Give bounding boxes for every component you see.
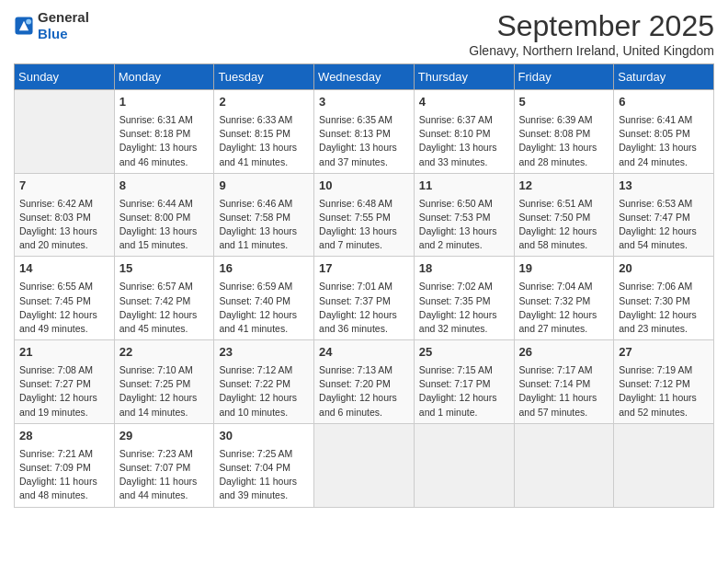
logo-text: General Blue [38, 9, 89, 42]
day-number: 20 [619, 260, 709, 278]
calendar-cell: 29Sunrise: 7:23 AMSunset: 7:07 PMDayligh… [114, 423, 214, 507]
day-number: 5 [519, 94, 609, 111]
weekday-header-sunday: Sunday [15, 64, 115, 90]
day-number: 9 [219, 178, 309, 195]
calendar-week-row: 21Sunrise: 7:08 AMSunset: 7:27 PMDayligh… [15, 340, 714, 424]
day-number: 21 [19, 344, 109, 362]
day-info: Sunrise: 6:39 AMSunset: 8:08 PMDaylight:… [519, 113, 609, 169]
day-number: 12 [519, 178, 609, 195]
calendar-cell [614, 423, 714, 507]
calendar-cell: 18Sunrise: 7:02 AMSunset: 7:35 PMDayligh… [414, 257, 514, 340]
day-number: 6 [619, 94, 709, 111]
day-number: 28 [19, 428, 109, 445]
day-info: Sunrise: 7:06 AMSunset: 7:30 PMDaylight:… [619, 280, 709, 336]
calendar-cell: 14Sunrise: 6:55 AMSunset: 7:45 PMDayligh… [15, 257, 115, 340]
calendar-week-row: 1Sunrise: 6:31 AMSunset: 8:18 PMDaylight… [15, 90, 714, 174]
calendar-cell: 22Sunrise: 7:10 AMSunset: 7:25 PMDayligh… [114, 340, 214, 424]
day-number: 8 [119, 178, 210, 195]
calendar-cell: 27Sunrise: 7:19 AMSunset: 7:12 PMDayligh… [614, 340, 714, 424]
day-info: Sunrise: 7:10 AMSunset: 7:25 PMDaylight:… [119, 363, 210, 419]
calendar-cell: 5Sunrise: 6:39 AMSunset: 8:08 PMDaylight… [514, 90, 614, 174]
day-info: Sunrise: 7:19 AMSunset: 7:12 PMDaylight:… [619, 363, 709, 419]
day-number: 30 [219, 428, 309, 445]
day-number: 25 [419, 344, 509, 362]
weekday-header-thursday: Thursday [414, 64, 514, 90]
day-info: Sunrise: 7:02 AMSunset: 7:35 PMDaylight:… [419, 280, 509, 336]
calendar-cell: 13Sunrise: 6:53 AMSunset: 7:47 PMDayligh… [614, 173, 714, 257]
weekday-header-wednesday: Wednesday [314, 64, 415, 90]
day-info: Sunrise: 6:59 AMSunset: 7:40 PMDaylight:… [219, 280, 309, 336]
day-info: Sunrise: 7:25 AMSunset: 7:04 PMDaylight:… [219, 447, 309, 503]
calendar-body: 1Sunrise: 6:31 AMSunset: 8:18 PMDaylight… [15, 90, 714, 508]
calendar-header: SundayMondayTuesdayWednesdayThursdayFrid… [15, 64, 714, 90]
day-number: 23 [219, 344, 309, 362]
calendar-cell: 7Sunrise: 6:42 AMSunset: 8:03 PMDaylight… [15, 173, 115, 257]
day-info: Sunrise: 7:01 AMSunset: 7:37 PMDaylight:… [319, 280, 409, 336]
day-info: Sunrise: 6:35 AMSunset: 8:13 PMDaylight:… [319, 113, 409, 169]
day-number: 16 [219, 260, 309, 278]
calendar-cell [15, 90, 115, 174]
day-info: Sunrise: 6:53 AMSunset: 7:47 PMDaylight:… [619, 197, 709, 253]
calendar-cell: 23Sunrise: 7:12 AMSunset: 7:22 PMDayligh… [214, 340, 314, 424]
logo-icon [14, 16, 34, 36]
day-info: Sunrise: 6:33 AMSunset: 8:15 PMDaylight:… [219, 113, 309, 169]
calendar-cell: 16Sunrise: 6:59 AMSunset: 7:40 PMDayligh… [214, 257, 314, 340]
day-number: 10 [319, 178, 409, 195]
day-info: Sunrise: 7:04 AMSunset: 7:32 PMDaylight:… [519, 280, 609, 336]
month-title: September 2025 [469, 9, 714, 43]
calendar-cell [314, 423, 415, 507]
calendar-cell: 21Sunrise: 7:08 AMSunset: 7:27 PMDayligh… [15, 340, 115, 424]
day-info: Sunrise: 7:15 AMSunset: 7:17 PMDaylight:… [419, 363, 509, 419]
day-number: 15 [119, 260, 210, 278]
day-info: Sunrise: 6:37 AMSunset: 8:10 PMDaylight:… [419, 113, 509, 169]
day-info: Sunrise: 6:57 AMSunset: 7:42 PMDaylight:… [119, 280, 210, 336]
day-number: 17 [319, 260, 409, 278]
calendar-week-row: 14Sunrise: 6:55 AMSunset: 7:45 PMDayligh… [15, 257, 714, 340]
calendar-cell: 19Sunrise: 7:04 AMSunset: 7:32 PMDayligh… [514, 257, 614, 340]
day-info: Sunrise: 7:23 AMSunset: 7:07 PMDaylight:… [119, 447, 210, 503]
day-info: Sunrise: 7:13 AMSunset: 7:20 PMDaylight:… [319, 363, 409, 419]
day-number: 19 [519, 260, 609, 278]
calendar-cell [514, 423, 614, 507]
day-info: Sunrise: 6:55 AMSunset: 7:45 PMDaylight:… [19, 280, 109, 336]
day-number: 24 [319, 344, 409, 362]
day-info: Sunrise: 7:12 AMSunset: 7:22 PMDaylight:… [219, 363, 309, 419]
day-number: 26 [519, 344, 609, 362]
calendar-cell: 3Sunrise: 6:35 AMSunset: 8:13 PMDaylight… [314, 90, 415, 174]
day-number: 13 [619, 178, 709, 195]
day-number: 14 [19, 260, 109, 278]
day-number: 29 [119, 428, 210, 445]
calendar-cell: 15Sunrise: 6:57 AMSunset: 7:42 PMDayligh… [114, 257, 214, 340]
day-number: 7 [19, 178, 109, 195]
page-header: General Blue September 2025 Glenavy, Nor… [14, 9, 714, 58]
calendar-cell: 9Sunrise: 6:46 AMSunset: 7:58 PMDaylight… [214, 173, 314, 257]
calendar-cell [414, 423, 514, 507]
title-block: September 2025 Glenavy, Northern Ireland… [469, 9, 714, 58]
day-number: 4 [419, 94, 509, 111]
calendar-cell: 28Sunrise: 7:21 AMSunset: 7:09 PMDayligh… [15, 423, 115, 507]
day-number: 3 [319, 94, 409, 111]
day-info: Sunrise: 6:42 AMSunset: 8:03 PMDaylight:… [19, 197, 109, 253]
day-info: Sunrise: 7:21 AMSunset: 7:09 PMDaylight:… [19, 447, 109, 503]
calendar-cell: 8Sunrise: 6:44 AMSunset: 8:00 PMDaylight… [114, 173, 214, 257]
calendar-table: SundayMondayTuesdayWednesdayThursdayFrid… [14, 63, 714, 508]
weekday-header-saturday: Saturday [614, 64, 714, 90]
day-info: Sunrise: 7:17 AMSunset: 7:14 PMDaylight:… [519, 363, 609, 419]
location-title: Glenavy, Northern Ireland, United Kingdo… [469, 43, 714, 58]
calendar-cell: 4Sunrise: 6:37 AMSunset: 8:10 PMDaylight… [414, 90, 514, 174]
day-number: 1 [119, 94, 210, 111]
weekday-header-friday: Friday [514, 64, 614, 90]
calendar-cell: 24Sunrise: 7:13 AMSunset: 7:20 PMDayligh… [314, 340, 415, 424]
calendar-cell: 20Sunrise: 7:06 AMSunset: 7:30 PMDayligh… [614, 257, 714, 340]
calendar-cell: 11Sunrise: 6:50 AMSunset: 7:53 PMDayligh… [414, 173, 514, 257]
calendar-cell: 10Sunrise: 6:48 AMSunset: 7:55 PMDayligh… [314, 173, 415, 257]
day-info: Sunrise: 6:50 AMSunset: 7:53 PMDaylight:… [419, 197, 509, 253]
calendar-cell: 12Sunrise: 6:51 AMSunset: 7:50 PMDayligh… [514, 173, 614, 257]
svg-point-2 [26, 19, 31, 25]
calendar-cell: 26Sunrise: 7:17 AMSunset: 7:14 PMDayligh… [514, 340, 614, 424]
day-info: Sunrise: 6:31 AMSunset: 8:18 PMDaylight:… [119, 113, 210, 169]
calendar-cell: 6Sunrise: 6:41 AMSunset: 8:05 PMDaylight… [614, 90, 714, 174]
day-info: Sunrise: 6:46 AMSunset: 7:58 PMDaylight:… [219, 197, 309, 253]
calendar-cell: 30Sunrise: 7:25 AMSunset: 7:04 PMDayligh… [214, 423, 314, 507]
weekday-header-row: SundayMondayTuesdayWednesdayThursdayFrid… [15, 64, 714, 90]
